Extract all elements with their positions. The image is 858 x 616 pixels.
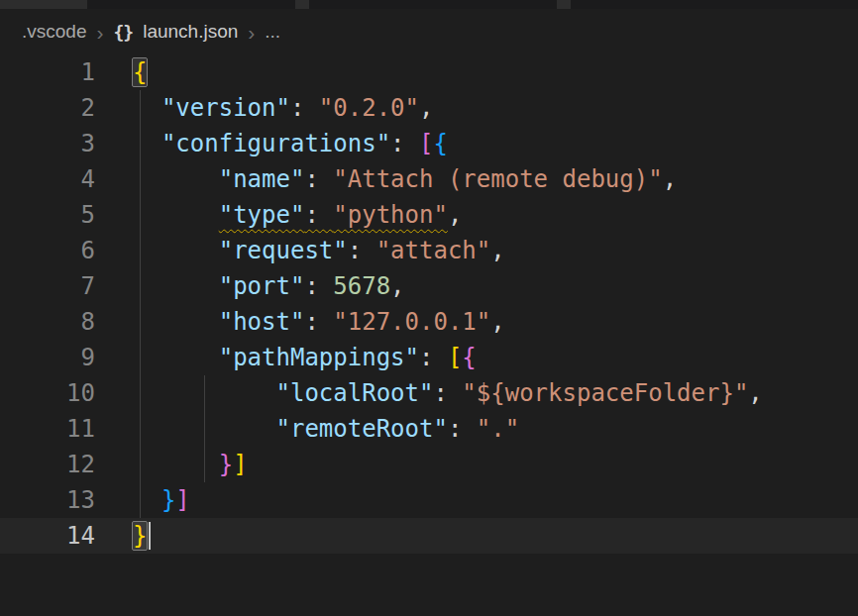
code-token: "type" (219, 201, 305, 229)
code-line[interactable]: 4 "name": "Attach (remote debug)", (0, 161, 858, 197)
code-token (133, 272, 219, 300)
code-line[interactable]: 6 "request": "attach", (0, 233, 858, 268)
code-line[interactable]: 9 "pathMappings": [{ (0, 340, 858, 375)
chevron-right-icon: › (96, 22, 103, 43)
code-token (133, 130, 161, 157)
code-token (133, 344, 219, 371)
code-line[interactable]: 14} (0, 518, 858, 554)
code-token: , (390, 272, 404, 300)
line-number[interactable]: 5 (0, 197, 95, 233)
code-token: "Attach (remote debug)" (333, 165, 662, 193)
code-token: ] (175, 486, 189, 514)
code-token: , (663, 165, 677, 193)
code-token: "pathMappings" (219, 344, 419, 371)
code-token: , (490, 237, 504, 264)
code-token: "version" (161, 94, 290, 122)
code-line[interactable]: 3 "configurations": [{ (0, 126, 858, 161)
code-line[interactable]: 10 "localRoot": "${workspaceFolder}", (0, 375, 858, 411)
code-token: , (490, 308, 504, 336)
code-token: [ (419, 130, 433, 157)
tab-strip-segment[interactable] (571, 0, 858, 9)
line-number[interactable]: 2 (0, 90, 95, 126)
code-token: ] (233, 451, 247, 478)
code-line[interactable]: 2 "version": "0.2.0", (0, 90, 858, 126)
code-token: "host" (219, 308, 305, 336)
code-token: , (448, 201, 462, 229)
line-number[interactable]: 13 (0, 482, 95, 518)
line-number[interactable]: 12 (0, 447, 95, 482)
code-text: "request": "attach", (95, 233, 505, 268)
code-line[interactable]: 1{ (0, 54, 858, 90)
indent-guide (204, 375, 205, 482)
code-token: { (433, 130, 447, 157)
line-number[interactable]: 14 (0, 518, 95, 554)
line-number[interactable]: 9 (0, 340, 95, 375)
code-token: : (304, 201, 333, 229)
code-token (133, 94, 161, 122)
code-token: : (304, 272, 333, 300)
line-number[interactable]: 10 (0, 375, 95, 411)
tab-strip-segment[interactable] (309, 0, 557, 9)
code-token: : (419, 344, 448, 371)
code-text: { (95, 54, 147, 90)
code-token: "attach" (376, 237, 491, 264)
line-number[interactable]: 11 (0, 411, 95, 447)
code-token: "port" (219, 272, 305, 300)
code-token (133, 237, 219, 264)
code-line[interactable]: 11 "remoteRoot": "." (0, 411, 858, 447)
code-line[interactable]: 5 "type": "python", (0, 197, 858, 233)
code-text: } (95, 518, 151, 554)
code-token: : (433, 379, 462, 407)
code-token (133, 451, 219, 478)
code-token: "localRoot" (276, 379, 434, 407)
line-number[interactable]: 6 (0, 233, 95, 268)
code-line[interactable]: 12 }] (0, 447, 858, 482)
code-lines: 1{2 "version": "0.2.0",3 "configurations… (0, 54, 858, 554)
breadcrumb-folder[interactable]: .vscode (22, 21, 86, 43)
breadcrumb: .vscode › {} launch.json › ... (0, 9, 858, 54)
code-token: "0.2.0" (319, 94, 419, 122)
line-number[interactable]: 1 (0, 54, 95, 90)
code-text: }] (95, 447, 248, 482)
code-text: "type": "python", (95, 197, 462, 233)
code-token: "configurations" (161, 130, 390, 157)
breadcrumb-file[interactable]: launch.json (143, 21, 238, 43)
breadcrumb-symbol-ellipsis[interactable]: ... (265, 21, 280, 43)
code-token: : (390, 130, 419, 157)
code-token (133, 308, 219, 336)
code-token: 5678 (333, 272, 390, 300)
code-token: : (290, 94, 319, 122)
code-token: "name" (219, 165, 305, 193)
code-text: "configurations": [{ (95, 126, 448, 161)
code-token: "request" (219, 237, 348, 264)
code-token (133, 201, 219, 229)
code-token: "127.0.0.1" (333, 308, 490, 336)
matched-bracket: { (133, 58, 147, 86)
editor-area[interactable]: 1{2 "version": "0.2.0",3 "configurations… (0, 54, 858, 554)
code-text: "host": "127.0.0.1", (95, 304, 505, 340)
code-token: { (462, 344, 476, 371)
code-token: "python" (333, 201, 448, 229)
line-number[interactable]: 7 (0, 268, 95, 304)
code-text: "version": "0.2.0", (95, 90, 433, 126)
code-token: : (448, 415, 477, 443)
code-token: , (748, 379, 762, 407)
code-token: "remoteRoot" (276, 415, 448, 443)
tab-strip-segment[interactable] (87, 0, 295, 9)
code-line[interactable]: 7 "port": 5678, (0, 268, 858, 304)
code-text: "pathMappings": [{ (95, 340, 477, 375)
line-number[interactable]: 8 (0, 304, 95, 340)
code-line[interactable]: 8 "host": "127.0.0.1", (0, 304, 858, 340)
text-cursor (149, 522, 151, 550)
code-token: [ (448, 344, 462, 371)
code-token (133, 486, 161, 514)
matched-bracket: } (133, 522, 147, 550)
code-token: : (348, 237, 376, 264)
line-number[interactable]: 3 (0, 126, 95, 161)
code-token: } (161, 486, 175, 514)
line-number[interactable]: 4 (0, 161, 95, 197)
indent-guide (140, 90, 141, 518)
vscode-editor-window: .vscode › {} launch.json › ... 1{2 "vers… (0, 0, 858, 554)
code-line[interactable]: 13 }] (0, 482, 858, 518)
code-text: }] (95, 482, 190, 518)
